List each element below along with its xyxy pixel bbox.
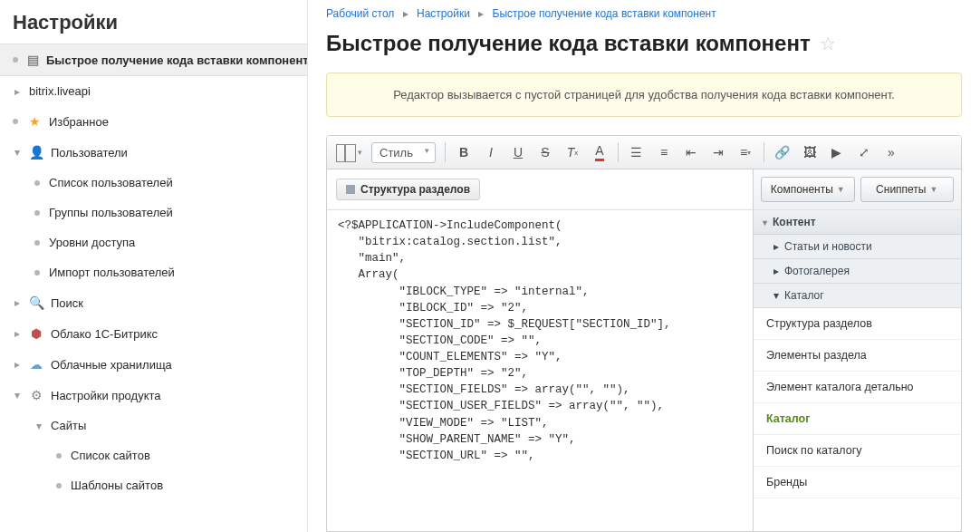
- component-item-catalog-element-detail[interactable]: Элемент каталога детально: [754, 372, 961, 403]
- editor-body: Структура разделов <?$APPLICATION->Inclu…: [327, 169, 961, 531]
- sidebar-item-label: Импорт пользователей: [49, 266, 175, 279]
- component-item-section-structure[interactable]: Структура разделов: [754, 308, 961, 340]
- more-button[interactable]: »: [879, 140, 904, 165]
- sidebar-item-quick-component-code[interactable]: ▤ Быстрое получение кода вставки компоне…: [0, 44, 307, 76]
- sidebar-item-label: Облако 1С-Битрикс: [51, 327, 158, 341]
- toolbar-sep: [764, 142, 764, 162]
- sidebar-item-label: Поиск: [51, 296, 83, 310]
- sidebar-title: Настройки: [0, 0, 307, 44]
- chevron-down-icon: ▾: [34, 420, 43, 432]
- sidebar-item-label: Уровни доступа: [49, 236, 135, 249]
- strike-button[interactable]: S: [533, 140, 558, 165]
- bold-button[interactable]: B: [451, 140, 476, 165]
- page-title-row: Быстрое получение кода вставки компонент…: [308, 24, 980, 73]
- breadcrumb-part[interactable]: Рабочий стол: [326, 7, 394, 20]
- chevron-right-icon: ▸: [13, 327, 22, 340]
- favorite-star-icon[interactable]: ☆: [820, 33, 836, 54]
- chevron-down-icon: ▾: [13, 146, 22, 159]
- italic-button[interactable]: I: [478, 140, 504, 165]
- code-output[interactable]: <?$APPLICATION->IncludeComponent( "bitri…: [327, 209, 753, 471]
- indent-button[interactable]: ⇥: [706, 140, 731, 165]
- breadcrumb: Рабочий стол ▸ Настройки ▸ Быстрое получ…: [308, 0, 980, 24]
- sidebar-item-sites[interactable]: ▾ Сайты: [0, 411, 307, 440]
- image-button[interactable]: 🖼: [797, 140, 822, 165]
- sidebar-item-import-users[interactable]: Импорт пользователей: [0, 257, 307, 287]
- sidebar-item-access-levels[interactable]: Уровни доступа: [0, 227, 307, 257]
- chevron-right-icon: ▸: [773, 240, 779, 253]
- bullet-icon: [13, 119, 18, 124]
- sidebar-item-label: Настройки продукта: [51, 389, 161, 402]
- layout-toggle-button[interactable]: ▾: [332, 140, 366, 165]
- canvas-top[interactable]: Структура разделов: [327, 169, 753, 209]
- breadcrumb-part[interactable]: Быстрое получение кода вставки компонент: [493, 7, 716, 20]
- bullet-icon: [34, 270, 40, 276]
- sidebar-item-label: Группы пользователей: [49, 206, 173, 219]
- bullet-icon: [34, 240, 40, 246]
- unordered-list-button[interactable]: ≡: [651, 140, 677, 165]
- breadcrumb-sep-icon: ▸: [478, 7, 484, 20]
- sidebar-item-cloud-storage[interactable]: ▸ ☁ Облачные хранилища: [0, 349, 307, 380]
- sidebar-item-favorites[interactable]: ★ Избранное: [0, 106, 307, 137]
- search-icon: 🔍: [29, 295, 43, 310]
- ordered-list-button[interactable]: ☰: [624, 140, 649, 165]
- sidebar-item-label: bitrix.liveapi: [29, 84, 91, 98]
- tab-snippets[interactable]: Сниппеты▼: [860, 177, 955, 202]
- style-select[interactable]: Стиль▾: [371, 142, 436, 163]
- breadcrumb-sep-icon: ▸: [403, 7, 408, 20]
- sidebar-item-liveapi[interactable]: ▸ bitrix.liveapi: [0, 76, 307, 106]
- bullet-icon: [13, 57, 18, 63]
- sidebar-item-product-settings[interactable]: ▾ ⚙ Настройки продукта: [0, 380, 307, 411]
- sidebar-item-site-templates[interactable]: Шаблоны сайтов: [0, 470, 307, 500]
- component-item-brands[interactable]: Бренды: [754, 467, 961, 498]
- toolbar-sep: [618, 142, 619, 162]
- notice: Редактор вызывается с пустой страницей д…: [326, 73, 962, 117]
- group-gallery[interactable]: ▸Фотогалерея: [754, 259, 961, 284]
- block-icon: [346, 185, 355, 194]
- align-button[interactable]: ≡▾: [733, 140, 758, 165]
- toolbar: ▾ Стиль▾ B I U S Tx A ☰ ≡ ⇤ ⇥ ≡▾ 🔗 🖼 ▶ ⤢…: [327, 136, 961, 169]
- outdent-button[interactable]: ⇤: [678, 140, 704, 165]
- chevron-right-icon: ▸: [13, 358, 22, 371]
- sidebar-item-label: Шаблоны сайтов: [71, 479, 163, 492]
- sidebar-item-label: Сайты: [51, 419, 86, 432]
- sidebar-item-site-list[interactable]: Список сайтов: [0, 440, 307, 470]
- sidebar-item-user-groups[interactable]: Группы пользователей: [0, 198, 307, 227]
- editor-canvas: Структура разделов <?$APPLICATION->Inclu…: [327, 169, 753, 531]
- star-icon: ★: [27, 114, 42, 129]
- text-color-button[interactable]: A: [587, 140, 612, 165]
- video-button[interactable]: ▶: [824, 140, 850, 165]
- underline-button[interactable]: U: [505, 140, 531, 165]
- section-structure-button[interactable]: Структура разделов: [336, 179, 480, 200]
- sidebar-item-user-list[interactable]: Список пользователей: [0, 168, 307, 198]
- notice-text: Редактор вызывается с пустой страницей д…: [393, 88, 895, 102]
- sidebar-item-label: Быстрое получение кода вставки компонент: [46, 53, 308, 67]
- sidebar-item-cloud-bitrix[interactable]: ▸ ⬢ Облако 1С-Битрикс: [0, 318, 307, 349]
- sidebar-item-label: Список пользователей: [49, 176, 173, 189]
- bullet-icon: [34, 210, 40, 216]
- sidebar-item-search[interactable]: ▸ 🔍 Поиск: [0, 287, 307, 318]
- chevron-right-icon: ▸: [13, 85, 22, 98]
- chevron-down-icon: ▾: [763, 218, 767, 227]
- tab-components[interactable]: Компоненты▼: [761, 177, 855, 202]
- group-articles[interactable]: ▸Статьи и новости: [754, 235, 961, 259]
- link-button[interactable]: 🔗: [770, 140, 795, 165]
- sidebar-item-label: Избранное: [49, 115, 109, 129]
- catalog-items: Структура разделов Элементы раздела Элем…: [754, 308, 961, 498]
- fullscreen-button[interactable]: ⤢: [851, 140, 877, 165]
- sidebar-item-users[interactable]: ▾ 👤 Пользователи: [0, 137, 307, 168]
- group-content[interactable]: ▾Контент: [754, 210, 961, 235]
- chevron-down-icon: ▾: [13, 389, 22, 401]
- clear-format-button[interactable]: Tx: [560, 140, 585, 165]
- nav-tree: ▤ Быстрое получение кода вставки компоне…: [0, 44, 307, 500]
- sidebar: Настройки ▤ Быстрое получение кода встав…: [0, 0, 308, 532]
- breadcrumb-part[interactable]: Настройки: [417, 7, 470, 20]
- sidebar-item-label: Пользователи: [51, 146, 128, 160]
- page-title: Быстрое получение кода вставки компонент: [326, 31, 811, 56]
- group-catalog[interactable]: ▾Каталог: [754, 284, 961, 308]
- component-item-section-elements[interactable]: Элементы раздела: [754, 340, 961, 372]
- component-item-catalog[interactable]: Каталог: [754, 403, 961, 435]
- chevron-right-icon: ▸: [773, 265, 779, 277]
- component-item-catalog-search[interactable]: Поиск по каталогу: [754, 435, 961, 467]
- page-icon: ▤: [27, 53, 39, 67]
- chevron-down-icon: ▾: [773, 289, 779, 302]
